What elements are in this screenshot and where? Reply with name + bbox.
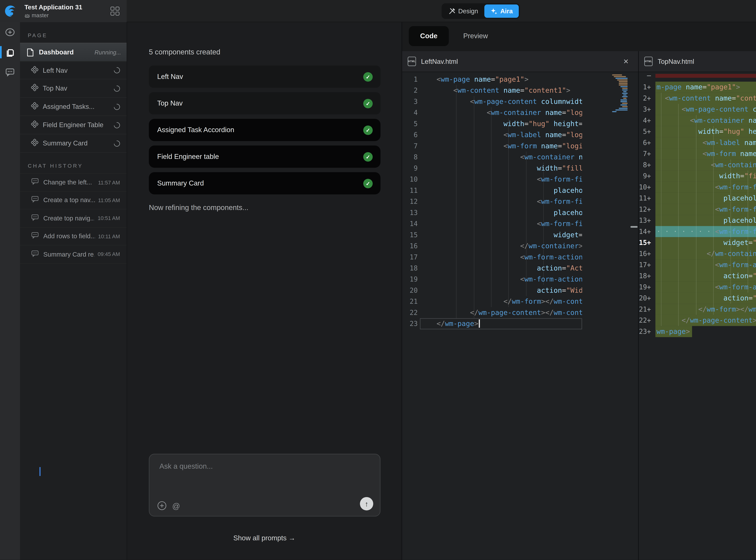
- line-number: 20: [402, 285, 420, 296]
- send-button[interactable]: ↑: [360, 497, 373, 511]
- code-text[interactable]: </wm-form></wm-conta: [420, 296, 582, 307]
- code-text[interactable]: </wm-page>: [420, 318, 582, 329]
- code-text[interactable]: <wm-form-field name="password_: [655, 204, 756, 215]
- html-file-icon: HTML: [644, 57, 653, 66]
- arrow-up-icon: ↑: [365, 500, 369, 508]
- code-text[interactable]: m-page name="page1">: [655, 82, 756, 93]
- code-text[interactable]: <wm-form name="loginForm" title="Login: [655, 148, 756, 159]
- diff-hatch-row: [639, 78, 756, 82]
- attach-plus-icon[interactable]: [157, 501, 166, 510]
- component-card[interactable]: Top Nav✓: [149, 92, 380, 115]
- code-text[interactable]: <wm-content name="content1">: [420, 85, 582, 96]
- add-page-icon[interactable]: [0, 22, 20, 42]
- code-text[interactable]: widget=": [420, 229, 582, 240]
- close-editor-icon[interactable]: ✕: [619, 51, 633, 72]
- sidebar-item-component[interactable]: Summary Card: [20, 134, 126, 153]
- code-text[interactable]: <wm-page-content columnwidth: [420, 96, 582, 107]
- code-text[interactable]: </wm-page-content></wm-conte: [420, 307, 582, 318]
- code-text[interactable]: width="fill": [420, 163, 582, 174]
- sidebar-item-component[interactable]: Left Nav: [20, 61, 126, 79]
- code-text[interactable]: <wm-form-action: [420, 274, 582, 285]
- code-text[interactable]: action="Acti: [420, 263, 582, 274]
- sidebar-item-component[interactable]: Top Nav: [20, 79, 126, 98]
- code-text[interactable]: <wm-page-content columnwidth="12" name="…: [655, 104, 756, 115]
- code-line: 11+ placeholder="Enter your us: [639, 193, 756, 204]
- sidebar-item-dashboard[interactable]: Dashboard Running...: [20, 43, 126, 61]
- component-cards: Left Nav✓Top Nav✓Assigned Task Accordion…: [149, 65, 380, 194]
- code-text[interactable]: width="fill" height="hug" col: [655, 171, 756, 182]
- tab-preview[interactable]: Preview: [459, 26, 492, 46]
- component-card[interactable]: Assigned Task Accordion✓: [149, 119, 380, 141]
- code-text[interactable]: action="Actions.loginAction.lo: [655, 271, 756, 281]
- editor-leftnav: HTML LeftNav.html ✕ 1<wm-page name="page…: [402, 51, 638, 560]
- html-file-icon: HTML: [407, 57, 416, 66]
- prompt-input[interactable]: [159, 462, 370, 490]
- line-number: 5+: [639, 126, 652, 137]
- sidebar-item-component[interactable]: Assigned Tasks...: [20, 98, 126, 116]
- code-text[interactable]: <wm-container name="form_containe: [655, 159, 756, 171]
- component-card[interactable]: Left Nav✓: [149, 65, 380, 88]
- code-text[interactable]: <wm-label name="logi: [420, 129, 582, 140]
- tab-code[interactable]: Code: [409, 26, 449, 46]
- code-text[interactable]: <wm-label name="login_title" caption=": [655, 137, 756, 148]
- chat-panel-icon[interactable]: [0, 62, 20, 82]
- code-text[interactable]: wm-page>: [655, 326, 756, 337]
- tab-aira[interactable]: Aira: [484, 4, 519, 18]
- line-number: 14+: [639, 226, 652, 237]
- check-icon: ✓: [363, 152, 373, 161]
- code-text[interactable]: placeholder="Enter your us: [655, 193, 756, 204]
- line-number: 6: [402, 129, 420, 140]
- code-text[interactable]: </wm-form></wm-container>: [655, 304, 756, 315]
- line-number: 23+: [639, 326, 652, 337]
- code-text[interactable]: · · · · · · · <wm-form-field name="remem…: [655, 226, 756, 237]
- code-text[interactable]: <wm-form-action key="login" displa: [655, 259, 756, 271]
- code-text[interactable]: <wm-container name="logi: [420, 107, 582, 118]
- indent-guide: [543, 163, 544, 285]
- code-text[interactable]: <wm-content name="content1">: [655, 93, 756, 104]
- show-all-prompts-link[interactable]: Show all prompts →: [127, 534, 402, 542]
- chat-history-item[interactable]: Create a top nav...11:05 AM: [20, 192, 126, 209]
- sidebar-item-component[interactable]: Field Engineer Table: [20, 116, 126, 134]
- app-titles: Test Application 31 master: [24, 4, 82, 18]
- chat-history-item[interactable]: Create top navig...10:51 AM: [20, 209, 126, 227]
- component-card[interactable]: Summary Card✓: [149, 172, 380, 195]
- code-text[interactable]: placehol: [420, 185, 582, 196]
- code-text[interactable]: <wm-form-fie: [420, 196, 582, 207]
- scrollbar-marker[interactable]: [630, 226, 638, 228]
- code-text[interactable]: <wm-form-action key="reset" displa: [655, 281, 756, 293]
- line-number: 4: [402, 107, 420, 118]
- component-card[interactable]: Field Engineer table✓: [149, 145, 380, 168]
- code-text[interactable]: <wm-container name="login_container" cla…: [655, 115, 756, 126]
- code-line: 19 <wm-form-action: [402, 274, 638, 285]
- code-text[interactable]: </wm-container>: [420, 241, 582, 252]
- code-text[interactable]: action="Widgets.loginForm.rese: [655, 293, 756, 304]
- code-text[interactable]: <wm-form-fie: [420, 218, 582, 229]
- code-text[interactable]: <wm-page name="page1">: [420, 74, 582, 85]
- code-text[interactable]: <wm-form-fie: [420, 174, 582, 185]
- chat-history-item[interactable]: Summary Card re...09:45 AM: [20, 245, 126, 263]
- component-label: Assigned Tasks...: [43, 103, 114, 111]
- chat-history-item[interactable]: Add rows to field...10:11 AM: [20, 227, 126, 245]
- code-text[interactable]: placehol: [420, 207, 582, 218]
- line-number: 12: [402, 196, 420, 207]
- code-text[interactable]: <wm-container na: [420, 152, 582, 163]
- code-line: 3+ <wm-page-content columnwidth="12" nam…: [639, 104, 756, 115]
- pages-panel-icon[interactable]: [0, 42, 20, 62]
- code-text[interactable]: <wm-form-action: [420, 252, 582, 263]
- code-text[interactable]: <wm-form-field name="username_: [655, 182, 756, 193]
- minimap[interactable]: [612, 74, 631, 113]
- code-text[interactable]: </wm-page-content></wm-content>: [655, 315, 756, 326]
- tab-design[interactable]: Design: [443, 4, 484, 18]
- mention-icon[interactable]: @: [172, 501, 180, 510]
- code-line: 5+ width="hug" height="hug" padding="32"…: [639, 126, 756, 137]
- code-text[interactable]: </wm-container>: [655, 248, 756, 259]
- code-text[interactable]: placeholder="Enter your pa: [655, 215, 756, 226]
- code-text[interactable]: widget="checkbox"></wm-fo: [655, 237, 756, 248]
- loading-spinner-icon: [113, 139, 121, 147]
- code-text[interactable]: width="hug" height=": [420, 118, 582, 129]
- code-text[interactable]: action="Widg: [420, 285, 582, 296]
- chat-history-item[interactable]: Change the left...11:57 AM: [20, 173, 126, 191]
- apps-grid-icon[interactable]: [111, 7, 119, 16]
- code-text[interactable]: <wm-form name="login: [420, 140, 582, 152]
- code-text[interactable]: width="hug" height="hug" padding="32">: [655, 126, 756, 137]
